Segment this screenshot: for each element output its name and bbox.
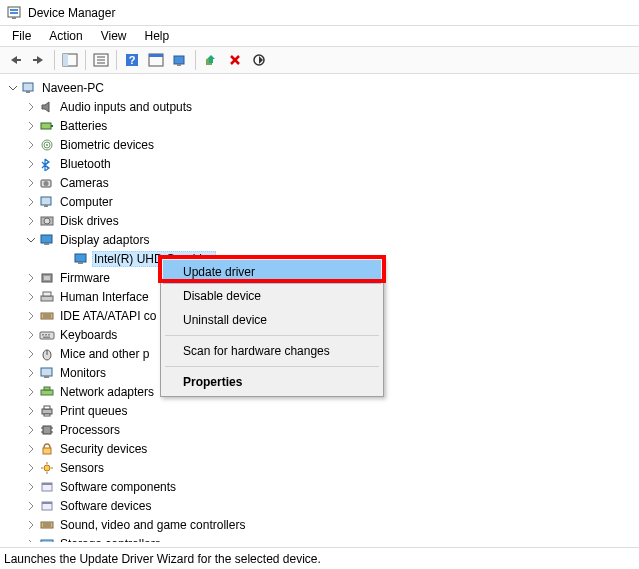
expand-icon[interactable] <box>24 499 38 513</box>
expand-icon[interactable] <box>24 423 38 437</box>
tree-category[interactable]: Storage controllers <box>4 534 639 542</box>
expand-icon[interactable] <box>24 176 38 190</box>
menu-help[interactable]: Help <box>137 27 178 45</box>
svg-rect-78 <box>41 540 53 543</box>
tree-item-label: Computer <box>58 194 115 210</box>
expand-icon[interactable] <box>24 366 38 380</box>
ctx-disable-device[interactable]: Disable device <box>163 284 381 308</box>
tree-category[interactable]: Software components <box>4 477 639 496</box>
svg-rect-65 <box>43 448 51 454</box>
tree-item-label: Processors <box>58 422 122 438</box>
uninstall-button[interactable] <box>224 49 246 71</box>
tree-item-label: Audio inputs and outputs <box>58 99 194 115</box>
svg-rect-4 <box>17 59 21 61</box>
svg-text:?: ? <box>129 54 136 66</box>
tree-category[interactable]: Software devices <box>4 496 639 515</box>
expand-icon[interactable] <box>24 271 38 285</box>
expand-icon[interactable] <box>24 442 38 456</box>
expand-icon[interactable] <box>24 195 38 209</box>
ctx-separator <box>165 335 379 336</box>
toolbar: ? <box>0 46 639 74</box>
device-icon <box>39 422 55 438</box>
expand-icon[interactable] <box>24 385 38 399</box>
svg-rect-5 <box>33 59 37 61</box>
action-button[interactable] <box>145 49 167 71</box>
menu-file[interactable]: File <box>4 27 39 45</box>
show-hide-tree-button[interactable] <box>59 49 81 71</box>
ctx-properties[interactable]: Properties <box>163 370 381 394</box>
collapse-icon[interactable] <box>6 81 20 95</box>
svg-rect-2 <box>10 12 18 14</box>
expand-icon[interactable] <box>24 404 38 418</box>
collapse-icon[interactable] <box>24 233 38 247</box>
properties-button[interactable] <box>90 49 112 71</box>
svg-rect-43 <box>41 313 53 319</box>
tree-root[interactable]: Naveen-PC <box>4 78 639 97</box>
svg-rect-74 <box>42 502 52 504</box>
menu-action[interactable]: Action <box>41 27 90 45</box>
expand-icon[interactable] <box>24 518 38 532</box>
back-button[interactable] <box>4 49 26 71</box>
expand-icon[interactable] <box>24 214 38 228</box>
tree-category[interactable]: Biometric devices <box>4 135 639 154</box>
tree-category[interactable]: Display adaptors <box>4 230 639 249</box>
expand-icon[interactable] <box>24 347 38 361</box>
ctx-update-driver[interactable]: Update driver <box>163 260 381 284</box>
tree-item-label: Sound, video and game controllers <box>58 517 247 533</box>
expand-icon[interactable] <box>24 290 38 304</box>
svg-rect-49 <box>48 334 50 336</box>
menubar: File Action View Help <box>0 26 639 46</box>
expand-icon[interactable] <box>24 138 38 152</box>
svg-point-34 <box>44 218 50 224</box>
tree-item-label: Cameras <box>58 175 111 191</box>
tree-category[interactable]: Print queues <box>4 401 639 420</box>
expand-icon[interactable] <box>24 461 38 475</box>
tree-item-label: Security devices <box>58 441 149 457</box>
tree-item-label: Network adapters <box>58 384 156 400</box>
ctx-scan-hardware[interactable]: Scan for hardware changes <box>163 339 381 363</box>
tree-item-label: Sensors <box>58 460 106 476</box>
tree-category[interactable]: Processors <box>4 420 639 439</box>
expand-icon[interactable] <box>24 480 38 494</box>
device-icon <box>39 232 55 248</box>
device-icon <box>39 460 55 476</box>
expand-icon[interactable] <box>24 328 38 342</box>
help-button[interactable]: ? <box>121 49 143 71</box>
expand-icon[interactable] <box>24 309 38 323</box>
tree-category[interactable]: Security devices <box>4 439 639 458</box>
tree-category[interactable]: Audio inputs and outputs <box>4 97 639 116</box>
update-driver-button[interactable] <box>200 49 222 71</box>
svg-rect-24 <box>41 123 51 129</box>
expand-icon[interactable] <box>24 157 38 171</box>
tree-category[interactable]: Sensors <box>4 458 639 477</box>
disable-button[interactable] <box>248 49 270 71</box>
svg-rect-60 <box>43 426 51 434</box>
window-title: Device Manager <box>28 6 115 20</box>
svg-rect-37 <box>75 254 86 262</box>
menu-view[interactable]: View <box>93 27 135 45</box>
expand-icon[interactable] <box>24 100 38 114</box>
tree-item-label: Print queues <box>58 403 129 419</box>
ctx-uninstall-device[interactable]: Uninstall device <box>163 308 381 332</box>
tree-category[interactable]: Bluetooth <box>4 154 639 173</box>
context-menu: Update driver Disable device Uninstall d… <box>160 257 384 397</box>
tree-item-label: Software devices <box>58 498 153 514</box>
expand-icon[interactable] <box>24 119 38 133</box>
tree-category[interactable]: Sound, video and game controllers <box>4 515 639 534</box>
root-label: Naveen-PC <box>40 80 106 96</box>
tree-category[interactable]: Cameras <box>4 173 639 192</box>
forward-button[interactable] <box>28 49 50 71</box>
tree-category[interactable]: Disk drives <box>4 211 639 230</box>
svg-rect-25 <box>51 125 53 127</box>
tree-item-label: IDE ATA/ATAPI co <box>58 308 158 324</box>
device-icon <box>39 365 55 381</box>
tree-item-label: Storage controllers <box>58 536 163 543</box>
expand-icon[interactable] <box>24 537 38 543</box>
tree-category[interactable]: Batteries <box>4 116 639 135</box>
tree-category[interactable]: Computer <box>4 192 639 211</box>
tree-item-label: Software components <box>58 479 178 495</box>
svg-rect-23 <box>26 91 30 93</box>
scan-button[interactable] <box>169 49 191 71</box>
svg-rect-38 <box>78 262 83 264</box>
tree-item-label: Batteries <box>58 118 109 134</box>
